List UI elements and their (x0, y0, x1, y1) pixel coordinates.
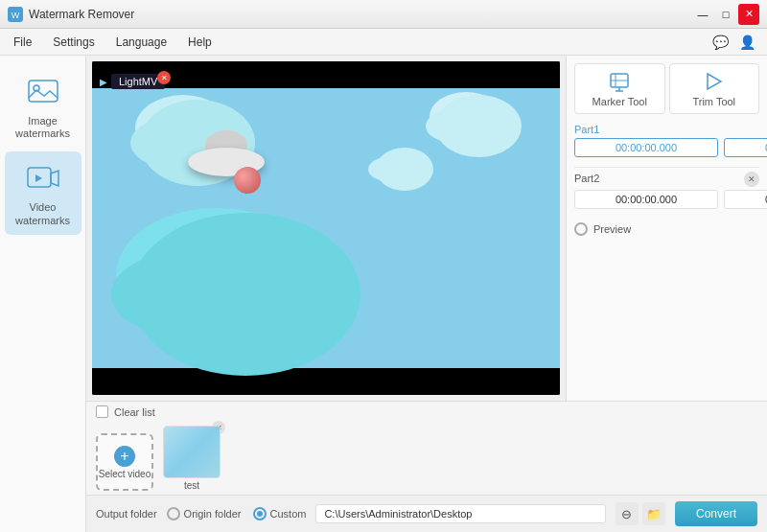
trim-tool-button[interactable]: Trim Tool (669, 63, 760, 114)
image-watermarks-label: Image watermarks (9, 115, 78, 140)
part2-row (574, 190, 759, 209)
marker-tool-icon (606, 70, 633, 93)
clear-list-label: Clear list (114, 406, 155, 418)
part2-delete-button[interactable]: ✕ (744, 172, 759, 187)
part2-label: Part2 (574, 173, 599, 184)
video-watermarks-label: Video watermarks (9, 201, 78, 226)
svg-text:W: W (12, 11, 20, 20)
origin-radio-circle (167, 507, 180, 520)
custom-folder-label: Custom (270, 508, 307, 520)
clear-path-button[interactable]: ⊖ (616, 502, 639, 525)
add-icon: + (114, 446, 135, 467)
thumb-name: test (184, 480, 199, 491)
svg-marker-8 (708, 74, 721, 89)
svg-rect-2 (29, 81, 58, 102)
browse-folder-button[interactable]: 📁 (642, 502, 665, 525)
custom-radio-circle (253, 507, 267, 520)
clear-list-checkbox[interactable] (96, 405, 108, 418)
folder-action-icons: ⊖ 📁 (616, 502, 665, 525)
convert-button[interactable]: Convert (675, 501, 757, 526)
file-list-bar: Clear list (86, 402, 767, 422)
title-bar-left: W Watermark Remover (8, 7, 134, 22)
image-watermarks-icon (24, 73, 62, 111)
ball (234, 167, 261, 194)
video-and-tools: ▶ LightMV ✕ ▶ (86, 56, 767, 401)
cloud-mid-right (368, 157, 407, 181)
cloud-top-right (426, 109, 483, 143)
sidebar: Image watermarks Video watermarks (0, 56, 86, 532)
menu-items: File Settings Language Help (4, 32, 221, 53)
watermark-wrap: LightMV ✕ (111, 75, 165, 88)
file-items: + Select video ✕ test (86, 422, 767, 495)
menu-language[interactable]: Language (106, 32, 176, 53)
menu-right-icons: 💬 👤 (709, 32, 763, 53)
origin-folder-radio[interactable]: Origin folder (167, 507, 242, 520)
part1-row (574, 138, 759, 157)
part1-start-input[interactable] (574, 138, 718, 157)
part2-section: Part2 ✕ (574, 172, 759, 209)
video-thumbnail: ✕ test (163, 426, 221, 491)
menu-file[interactable]: File (4, 32, 41, 53)
app-title: Watermark Remover (29, 8, 134, 21)
app-icon: W (8, 7, 23, 22)
tools-top: Marker Tool Trim Tool (574, 63, 759, 114)
user-icon[interactable]: 👤 (736, 32, 757, 53)
menu-help[interactable]: Help (178, 32, 221, 53)
maximize-button[interactable]: □ (715, 4, 736, 25)
bottom-area: Clear list + Select video ✕ test Output … (86, 401, 767, 532)
trim-tool-label: Trim Tool (692, 96, 735, 107)
title-bar: W Watermark Remover — □ ✕ (0, 0, 767, 29)
sidebar-item-image-watermarks[interactable]: Image watermarks (5, 65, 81, 148)
origin-folder-label: Origin folder (184, 508, 242, 520)
part1-label: Part1 (574, 124, 759, 135)
menu-bar: File Settings Language Help 💬 👤 (0, 29, 767, 56)
part1-end-input[interactable] (724, 138, 767, 157)
output-folder-label: Output folder (96, 508, 157, 520)
video-watermarks-icon (24, 159, 62, 197)
part2-end-input[interactable] (724, 190, 767, 209)
watermark-remove-icon: ✕ (157, 71, 171, 84)
menu-settings[interactable]: Settings (43, 32, 104, 53)
part2-start-input[interactable] (574, 190, 718, 209)
thumb-image (163, 426, 221, 478)
preview-checkbox[interactable] (574, 222, 588, 236)
folder-path-display: C:\Users\Administrator\Desktop (315, 504, 606, 523)
video-watermark: ▶ LightMV ✕ (100, 75, 165, 88)
part1-section: Part1 (574, 124, 759, 157)
minimize-button[interactable]: — (692, 4, 713, 25)
trim-tool-icon (701, 70, 728, 93)
custom-radio-dot (257, 511, 263, 517)
close-button[interactable]: ✕ (738, 4, 759, 25)
video-player: ▶ LightMV ✕ ▶ (92, 61, 560, 395)
tools-panel: Marker Tool Trim Tool Part1 (566, 56, 767, 401)
content-area: ▶ LightMV ✕ ▶ (86, 56, 767, 532)
select-video-label: Select video (99, 469, 151, 479)
marker-tool-button[interactable]: Marker Tool (574, 63, 665, 114)
thumb-image-inner (164, 427, 220, 477)
add-video-button[interactable]: + Select video (96, 433, 153, 491)
separator (574, 167, 759, 168)
custom-folder-radio[interactable]: Custom (253, 507, 307, 520)
sidebar-item-video-watermarks[interactable]: Video watermarks (5, 151, 81, 234)
video-section: ▶ LightMV ✕ ▶ (86, 56, 566, 401)
main-content: Image watermarks Video watermarks (0, 56, 767, 532)
window-controls: — □ ✕ (692, 4, 759, 25)
chat-icon[interactable]: 💬 (709, 32, 731, 53)
radio-group: Origin folder Custom (167, 507, 307, 520)
preview-label: Preview (593, 223, 631, 235)
output-bar: Output folder Origin folder Custom C:\Us… (86, 495, 767, 532)
marker-tool-label: Marker Tool (593, 96, 647, 107)
cloud-bottom (111, 251, 265, 337)
watermark-play-icon: ▶ (100, 77, 107, 87)
video-background: ▶ LightMV ✕ (92, 61, 560, 395)
preview-row: Preview (574, 222, 759, 236)
